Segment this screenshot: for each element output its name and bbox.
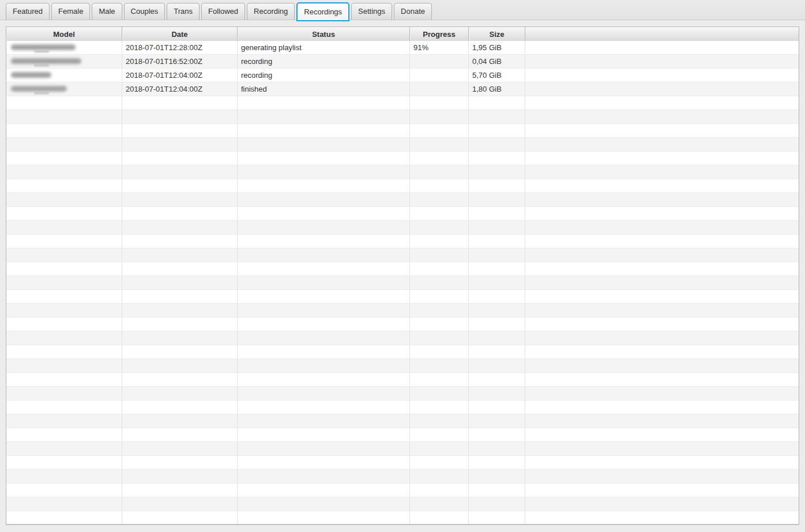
tab-female[interactable]: Female xyxy=(51,3,90,20)
empty-cell xyxy=(122,262,238,276)
empty-cell xyxy=(410,345,469,359)
empty-cell xyxy=(238,331,410,345)
empty-cell xyxy=(122,428,238,442)
empty-cell xyxy=(525,248,799,262)
empty-cell xyxy=(410,331,469,345)
empty-cell xyxy=(525,207,799,221)
tab-male[interactable]: Male xyxy=(92,3,122,20)
empty-cell xyxy=(6,470,122,484)
empty-cell xyxy=(122,235,238,248)
status-cell: recording xyxy=(238,69,410,82)
tab-trans[interactable]: Trans xyxy=(167,3,200,20)
empty-cell xyxy=(238,511,410,525)
empty-cell xyxy=(238,428,410,442)
empty-cell xyxy=(122,124,238,138)
empty-row xyxy=(6,110,799,124)
empty-cell xyxy=(410,96,469,110)
empty-cell xyxy=(6,165,122,179)
empty-cell xyxy=(410,484,469,497)
redacted-model-name-smudge xyxy=(34,65,49,66)
empty-row xyxy=(6,248,799,262)
table-row[interactable]: 2018-07-01T12:04:00Zrecording5,70 GiB xyxy=(6,69,799,82)
empty-cell xyxy=(238,221,410,235)
model-cell xyxy=(6,55,122,69)
model-cell xyxy=(6,41,122,55)
tab-donate[interactable]: Donate xyxy=(394,3,432,20)
empty-cell xyxy=(6,179,122,193)
empty-cell xyxy=(122,456,238,470)
empty-cell xyxy=(238,110,410,124)
empty-cell xyxy=(410,470,469,484)
column-header-model[interactable]: Model xyxy=(6,27,122,41)
empty-cell xyxy=(410,152,469,165)
empty-cell xyxy=(238,456,410,470)
filler-cell xyxy=(525,41,799,55)
empty-cell xyxy=(238,373,410,387)
empty-cell xyxy=(525,456,799,470)
empty-cell xyxy=(410,235,469,248)
tab-couples[interactable]: Couples xyxy=(124,3,165,20)
column-header-progress[interactable]: Progress xyxy=(410,27,469,41)
tab-recordings[interactable]: Recordings xyxy=(296,2,349,21)
empty-cell xyxy=(469,124,525,138)
column-header-status[interactable]: Status xyxy=(238,27,410,41)
empty-row xyxy=(6,401,799,414)
empty-cell xyxy=(122,484,238,497)
empty-cell xyxy=(525,221,799,235)
empty-row xyxy=(6,359,799,373)
empty-cell xyxy=(410,179,469,193)
column-header-date[interactable]: Date xyxy=(122,27,238,41)
empty-cell xyxy=(469,414,525,428)
empty-cell xyxy=(410,428,469,442)
table-row[interactable]: 2018-07-01T16:52:00Zrecording0,04 GiB xyxy=(6,55,799,69)
tab-featured[interactable]: Featured xyxy=(6,3,50,20)
empty-cell xyxy=(6,290,122,304)
tab-followed[interactable]: Followed xyxy=(201,3,245,20)
empty-cell xyxy=(525,165,799,179)
empty-cell xyxy=(410,373,469,387)
tab-label: Recordings xyxy=(304,7,342,16)
empty-cell xyxy=(122,248,238,262)
empty-cell xyxy=(6,276,122,290)
empty-cell xyxy=(238,248,410,262)
filler-cell xyxy=(525,55,799,69)
empty-cell xyxy=(469,318,525,331)
empty-cell xyxy=(238,276,410,290)
empty-cell xyxy=(238,138,410,152)
column-header-label: Model xyxy=(53,30,75,39)
empty-cell xyxy=(122,331,238,345)
empty-cell xyxy=(469,470,525,484)
empty-cell xyxy=(6,193,122,207)
empty-cell xyxy=(525,484,799,497)
empty-cell xyxy=(410,359,469,373)
empty-cell xyxy=(410,497,469,511)
empty-cell xyxy=(469,248,525,262)
empty-row xyxy=(6,484,799,497)
empty-cell xyxy=(6,497,122,511)
empty-cell xyxy=(410,262,469,276)
empty-cell xyxy=(469,511,525,525)
column-header-size[interactable]: Size xyxy=(469,27,525,41)
recordings-table: ModelDateStatusProgressSize 2018-07-01T1… xyxy=(6,27,799,525)
empty-cell xyxy=(6,110,122,124)
table-row[interactable]: 2018-07-01T12:28:00Zgenerating playlist9… xyxy=(6,41,799,55)
empty-row xyxy=(6,470,799,484)
tab-recording[interactable]: Recording xyxy=(247,3,295,20)
empty-row xyxy=(6,511,799,525)
empty-row xyxy=(6,442,799,456)
empty-cell xyxy=(469,401,525,414)
date-cell: 2018-07-01T16:52:00Z xyxy=(122,55,238,69)
empty-row xyxy=(6,96,799,110)
empty-cell xyxy=(238,290,410,304)
empty-cell xyxy=(469,179,525,193)
empty-cell xyxy=(525,345,799,359)
table-row[interactable]: 2018-07-01T12:04:00Zfinished1,80 GiB xyxy=(6,82,799,96)
table-header: ModelDateStatusProgressSize xyxy=(6,27,799,41)
empty-cell xyxy=(410,221,469,235)
empty-cell xyxy=(469,345,525,359)
empty-row xyxy=(6,276,799,290)
empty-cell xyxy=(6,387,122,401)
empty-cell xyxy=(469,290,525,304)
tab-settings[interactable]: Settings xyxy=(351,3,392,20)
empty-cell xyxy=(469,484,525,497)
